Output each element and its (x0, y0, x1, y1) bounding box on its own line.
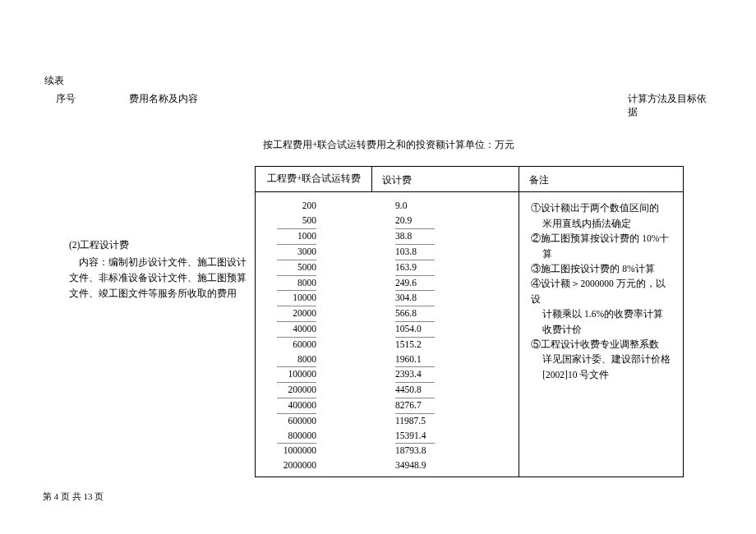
left-description: (2)工程设计费 内容：编制初步设计文件、施工图设计文件、非标准设备设计文件、施… (41, 166, 255, 302)
amount-value: 600000 (262, 414, 316, 429)
amount-value: 2000000 (262, 458, 316, 473)
footer-mid: 页 共 (58, 491, 83, 501)
note-5a: ⑤工程设计收费专业调整系数 (531, 337, 675, 352)
note-5b: 详见国家计委、建设部计价格 (531, 352, 675, 366)
amount-value: 400000 (262, 398, 316, 414)
amount-value: 200000 (262, 383, 316, 398)
th-amount: 工程费+联合试运转费 (256, 167, 372, 192)
amount-value: 200 (262, 199, 316, 214)
amount-value: 20000 (262, 306, 316, 322)
amount-value: 1000000 (262, 444, 316, 458)
note-5c: [2002]10 号文件 (531, 367, 675, 382)
fee-table: 工程费+联合试运转费 设计费 备注 2005001000300050008000… (255, 166, 684, 477)
table-body-row: 2005001000300050008000100002000040000600… (256, 192, 684, 477)
notes-cell: ①设计额出于两个数值区间的 米用直线内插法确定 ②施工图预算按设计费的 10%十… (519, 192, 684, 477)
header-fee-name: 费用名称及内容 (129, 92, 290, 118)
data-cell: 2005001000300050008000100002000040000600… (256, 192, 519, 477)
note-1b: 米用直线内插法确定 (531, 216, 675, 231)
fee-table-wrap: 工程费+联合试运转费 设计费 备注 2005001000300050008000… (255, 166, 684, 477)
note-1a: ①设计额出于两个数值区间的 (531, 200, 675, 215)
th-notes: 备注 (519, 167, 684, 192)
fee-item-desc: 内容：编制初步设计文件、施工图设计文件、非标准设备设计文件、施工图预算文件、竣工… (69, 255, 250, 302)
amount-value: 5000 (262, 260, 316, 276)
amount-value: 100000 (262, 367, 316, 383)
amount-value: 500 (262, 214, 316, 229)
amount-value: 40000 (262, 322, 316, 338)
amount-value: 60000 (262, 338, 316, 352)
continuation-label: 续表 (44, 74, 715, 87)
table-caption: 按工程费用+联合试运转费用之和的投资额计算单位：万元 (263, 138, 715, 151)
amount-value: 1000 (262, 229, 316, 245)
amount-value: 10000 (262, 291, 316, 306)
note-4a: ④设计额＞2000000 万元的，以设 (531, 276, 675, 306)
footer-total: 13 (84, 491, 93, 501)
fee-item-title: (2)工程设计费 (69, 238, 250, 251)
note-3: ③施工图按设计费的 8%计算 (531, 261, 675, 276)
amount-value: 800000 (262, 429, 316, 444)
column-header-row: 序号 费用名称及内容 计算方法及目标依据 (41, 92, 715, 118)
amount-value: 3000 (262, 245, 316, 260)
footer-prefix: 第 (43, 491, 54, 501)
note-4b: 计额乘以 1.6%的收费率计算 (531, 306, 675, 321)
page-footer: 第 4 页 共 13 页 (43, 490, 104, 503)
note-2a: ②施工图预算按设计费的 10%十 (531, 231, 675, 246)
note-4c: 收费计价 (531, 322, 675, 337)
amount-value: 8000 (262, 276, 316, 292)
data-pairs: 2005001000300050008000100002000040000600… (262, 196, 512, 473)
amount-value: 8000 (262, 352, 316, 368)
header-calculation: 计算方法及目标依据 (628, 92, 715, 118)
table-header-row: 工程费+联合试运转费 设计费 备注 (256, 167, 684, 192)
th-fee: 设计费 (371, 167, 519, 192)
header-sequence: 序号 (56, 92, 80, 118)
note-2b: 算 (531, 246, 675, 261)
main-layout: (2)工程设计费 内容：编制初步设计文件、施工图设计文件、非标准设备设计文件、施… (41, 166, 715, 477)
footer-suffix: 页 (93, 491, 104, 501)
